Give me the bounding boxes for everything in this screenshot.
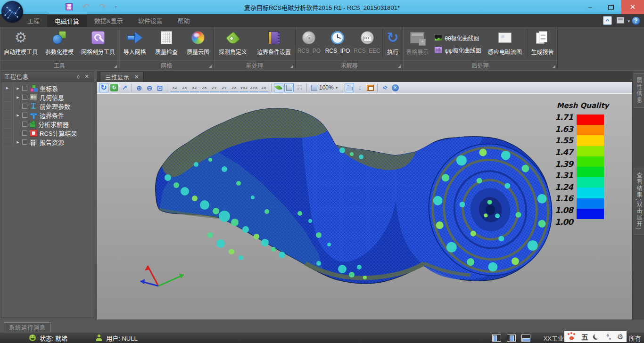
layout-bottom-pane-icon[interactable] <box>521 335 530 342</box>
view-orientation-button[interactable]: ZY <box>220 83 229 92</box>
checkbox[interactable] <box>22 113 27 118</box>
zoom-extents-button[interactable]: ⊡ <box>155 83 165 92</box>
layers-button[interactable] <box>365 83 375 92</box>
region-select-button[interactable] <box>345 83 354 92</box>
help-icon[interactable]: ? <box>632 16 640 25</box>
view-orientation-button[interactable]: XZ <box>170 83 179 92</box>
view-orientation-button[interactable]: ZY <box>210 83 219 92</box>
tree-item-rcs-results[interactable]: RCS计算结果 <box>1 129 94 138</box>
view-orientation-button[interactable]: ZX <box>200 83 209 92</box>
execute-button[interactable]: ↻ 执行 <box>382 29 403 59</box>
shaded-mode-button[interactable] <box>274 83 283 92</box>
launch-modeling-tool-button[interactable]: ⚙ 启动建模工具 <box>2 29 40 59</box>
dialog-launcher-icon[interactable] <box>209 65 212 68</box>
zoom-in-button[interactable]: ⊕ <box>134 83 144 92</box>
mesh-partition-tool-button[interactable]: 网格剖分工具 <box>79 29 117 59</box>
close-icon[interactable]: ✕ <box>83 74 91 80</box>
tree-item-analysis-solver[interactable]: 分析求解器 <box>1 120 94 129</box>
viewport-canvas[interactable]: Mesh Quality 1.711.631.551.471.391.311.2… <box>97 94 632 319</box>
table-display-button[interactable]: 表格展示 <box>403 29 431 59</box>
close-button[interactable]: ✕ <box>621 0 644 14</box>
quality-cloud-button[interactable]: 质量云图 <box>183 29 214 59</box>
view-orientation-button[interactable]: ZX <box>259 83 268 92</box>
psi-polarization-curve-button[interactable]: ψψ极化曲线图 <box>432 44 483 56</box>
window-style-menu[interactable]: ▾ <box>617 16 627 25</box>
parametric-modeling-button[interactable]: 参数化建模 <box>41 29 78 59</box>
tree-item-report-resources[interactable]: ▶ 报告资源 <box>1 138 94 147</box>
view-orientation-button[interactable]: ZX <box>180 83 189 92</box>
tree-item-coordinate-system[interactable]: ▶ ▶ 坐标系 <box>1 84 94 93</box>
tab-em-computation[interactable]: 电磁计算 <box>47 14 87 27</box>
wireframe-mode-button[interactable] <box>295 83 304 92</box>
dialog-launcher-icon[interactable] <box>290 65 293 68</box>
content-area: 工程信息 ◊ ✕ ▶ ▶ 坐标系 ▶ 几何信息 <box>0 70 644 322</box>
zoom-level-control[interactable]: 100% ▾ <box>309 84 339 91</box>
close-icon[interactable]: ✕ <box>134 74 139 80</box>
tab-data-display[interactable]: 数据&显示 <box>87 14 131 27</box>
tree-item-geometry-info[interactable]: ▶ 几何信息 <box>1 93 94 102</box>
ime-wubi-mode[interactable]: 五 <box>581 332 588 342</box>
share-view-button[interactable]: <· <box>380 83 389 92</box>
probe-angle-button[interactable]: 探测角定义 <box>214 29 252 59</box>
tab-view-results[interactable]: 查看结果(双击展开) <box>634 168 644 235</box>
save-button[interactable] <box>64 1 74 12</box>
checkbox[interactable] <box>22 122 27 127</box>
qat-dropdown-icon[interactable]: ▾ <box>115 4 117 9</box>
expand-arrow-icon[interactable]: ▶ <box>3 86 12 90</box>
ime-gear-icon[interactable]: ⚙ <box>617 333 623 340</box>
rcs-eec-button[interactable]: RCS_EEC <box>353 29 381 59</box>
checkbox[interactable] <box>22 95 27 100</box>
view-orientation-button[interactable]: XZ <box>190 83 199 92</box>
tree-item-preprocess-params[interactable]: T 前处理参数 <box>1 102 94 111</box>
mesh-quality-colorbar: Mesh Quality 1.711.631.551.471.391.311.2… <box>552 101 613 228</box>
undo-button[interactable]: ↶ <box>81 1 91 12</box>
rcs-po-button[interactable]: RCS_PO <box>296 29 322 59</box>
checkbox[interactable] <box>22 139 27 145</box>
dialog-launcher-icon[interactable] <box>398 65 401 68</box>
collapse-ribbon-icon[interactable]: ^ <box>603 16 612 25</box>
checkbox[interactable] <box>22 104 27 109</box>
import-mesh-button[interactable]: 导入网格 <box>119 29 150 59</box>
rcs-ipo-button[interactable]: RCS_IPO <box>323 29 352 59</box>
view-orientation-button[interactable]: ZX <box>230 83 239 92</box>
zoom-out-button[interactable]: ⊖ <box>145 83 154 92</box>
view-orientation-button[interactable]: ZYX <box>249 83 258 92</box>
ime-paw-icon[interactable] <box>568 333 575 340</box>
surface-mode-button[interactable] <box>284 83 294 92</box>
tab-3d-display[interactable]: 三维显示 ✕ <box>100 72 144 82</box>
dialog-launcher-icon[interactable] <box>114 65 117 68</box>
tab-system-messages[interactable]: 系统运行消息 <box>4 322 51 332</box>
boundary-condition-button[interactable]: 边界条件设置 <box>253 29 295 59</box>
ime-moon-icon[interactable] <box>594 333 600 339</box>
minimize-button[interactable]: – <box>580 0 601 14</box>
redo-button[interactable]: ↷ <box>98 1 108 12</box>
tree-item-boundary-conditions[interactable]: ▶ 边界条件 <box>1 111 94 120</box>
tab-project[interactable]: 工程 <box>20 14 47 27</box>
generate-report-button[interactable]: 生成报告 <box>527 29 557 59</box>
expand-arrow-icon[interactable]: ▶ <box>14 114 22 117</box>
layout-center-pane-icon[interactable] <box>507 335 516 342</box>
close-view-button[interactable]: ✕ <box>390 83 400 92</box>
tab-help[interactable]: 帮助 <box>170 14 198 27</box>
dialog-launcher-icon[interactable] <box>553 65 555 68</box>
drop-view-button[interactable]: ↓ <box>355 83 364 92</box>
induced-current-map-button[interactable]: 感应电磁流图 <box>484 29 526 59</box>
checkbox[interactable] <box>22 86 27 91</box>
view-orientation-button[interactable]: YXZ <box>239 83 248 92</box>
tab-property-info[interactable]: 属性信息 <box>634 73 644 108</box>
expand-arrow-icon[interactable]: ▶ <box>14 140 22 144</box>
pan-button[interactable]: ↗ <box>120 83 129 92</box>
pin-icon[interactable]: ◊ <box>74 74 83 80</box>
quality-check-button[interactable]: 质量检查 <box>151 29 182 59</box>
checkbox[interactable] <box>22 131 27 136</box>
restore-button[interactable] <box>601 0 621 14</box>
ime-punctuation[interactable]: °, <box>607 333 611 340</box>
expand-arrow-icon[interactable]: ▶ <box>14 96 22 99</box>
layout-left-pane-icon[interactable] <box>492 335 501 342</box>
tab-software-settings[interactable]: 软件设置 <box>131 14 170 27</box>
expand-arrow-icon[interactable]: ▶ <box>14 87 22 90</box>
rotate-button[interactable]: ↻ <box>99 83 108 92</box>
app-logo[interactable] <box>1 1 23 23</box>
refresh-view-button[interactable]: ↻ <box>109 83 119 92</box>
theta-polarization-curve-button[interactable]: θθ极化曲线图 <box>432 32 483 44</box>
